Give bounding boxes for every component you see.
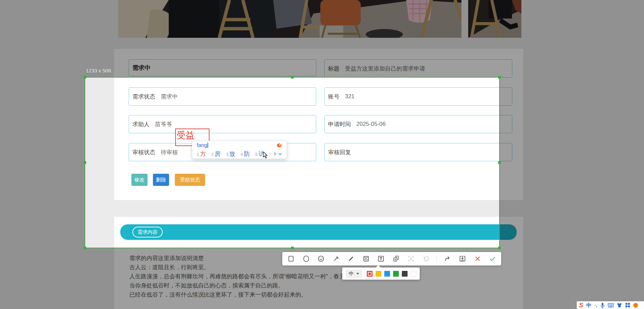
ime-candidate-list: 1方 2房 3放 4防 5访 (197, 150, 264, 158)
font-size-dropdown[interactable]: 中 (346, 270, 362, 278)
text-tool-options: 中 (342, 268, 420, 280)
ime-composition: fang (197, 142, 208, 148)
chinese-mode-toggle[interactable]: 中 (586, 303, 591, 308)
pen-tool-icon[interactable] (347, 254, 355, 263)
color-swatch-dark[interactable] (402, 271, 408, 277)
resize-handle-bottom[interactable] (291, 247, 294, 249)
page-prev-icon (269, 152, 271, 155)
page-next-icon (274, 152, 276, 155)
color-swatches (367, 271, 416, 277)
text-tool-icon[interactable] (377, 254, 385, 263)
share-icon[interactable] (443, 254, 452, 263)
ellipse-tool-icon[interactable] (302, 254, 311, 263)
resize-handle-top-left[interactable] (84, 76, 86, 79)
photo-thumbnail-1 (118, 0, 461, 38)
field-label: 标题 (328, 65, 340, 73)
punctuation-toggle[interactable]: ·, (594, 303, 597, 307)
sogou-logo[interactable]: S (579, 302, 583, 308)
resize-handle-left[interactable] (84, 161, 86, 164)
rectangle-tool-icon[interactable] (287, 254, 295, 263)
field-value: 受益方这里添加自己的需求申请 (345, 65, 425, 73)
capture-selection[interactable] (85, 77, 500, 248)
ime-candidate[interactable]: 4防 (240, 150, 250, 158)
toolbox-icon[interactable] (625, 303, 630, 308)
cancel-capture-icon[interactable] (473, 254, 482, 263)
ime-pager[interactable] (268, 151, 284, 157)
content-line: 已经在低谷了，没有什么情况比这更坏了，接下来一切都会好起来的。 (129, 290, 513, 299)
resize-handle-bottom-right[interactable] (498, 247, 501, 249)
ime-popup: fang 1方 2房 3放 4防 5访 (192, 141, 287, 159)
font-size-value: 中 (349, 271, 354, 277)
sogou-logo-icon (277, 143, 283, 148)
expand-icon (279, 153, 282, 155)
content-line: 当你身处低谷时，不如放低自己的心态，摸索属于自己的路。 (129, 281, 513, 290)
color-swatch-yellow[interactable] (376, 271, 381, 277)
annotation-toolbar (282, 252, 501, 265)
ocr-tool-icon[interactable] (407, 254, 415, 263)
ime-candidate[interactable]: 3放 (226, 150, 235, 158)
notification-badge-icon[interactable] (633, 303, 638, 308)
color-swatch-white[interactable] (411, 271, 416, 277)
field-title: 标题 受益方这里添加自己的需求申请 (324, 59, 512, 78)
color-swatch-blue[interactable] (384, 271, 390, 277)
ime-candidate[interactable]: 2房 (211, 150, 220, 158)
mouse-cursor (263, 151, 268, 159)
resize-handle-top[interactable] (291, 76, 294, 79)
translate-tool-icon[interactable] (392, 254, 400, 263)
toolbar-separator (437, 255, 437, 262)
selection-size-label: 1233 x 508 (86, 68, 111, 74)
content-line: 人生路漫漫，总会有荆棘坎坷，再难熬的路都会有尽头，所谓“柳暗花明又一村”，春天正 (129, 272, 513, 281)
confirm-capture-icon[interactable] (488, 254, 497, 263)
voice-input-icon[interactable] (600, 303, 605, 308)
options-notch (376, 265, 381, 268)
resize-handle-top-right[interactable] (498, 76, 501, 79)
text-caret (207, 143, 208, 148)
field-status-title: 需求中 (129, 59, 316, 76)
screen: 需求中 需求状态 需求中 求助人 苗爷爷 审核状态 待审核 标题 受益方这里添加… (0, 0, 644, 309)
resize-handle-bottom-left[interactable] (84, 247, 86, 249)
undo-icon[interactable] (422, 254, 430, 263)
ime-candidate[interactable]: 1方 (197, 150, 206, 158)
mosaic-tool-icon[interactable] (362, 254, 371, 263)
arrow-tool-icon[interactable] (332, 254, 341, 263)
keyboard-icon[interactable] (608, 303, 614, 308)
field-label: 需求中 (132, 64, 151, 72)
skin-icon[interactable] (617, 303, 622, 308)
emoji-tool-icon[interactable] (317, 254, 325, 263)
photo-thumbnail-2 (468, 0, 521, 38)
resize-handle-right[interactable] (498, 161, 501, 164)
chevron-down-icon (356, 273, 359, 275)
ime-status-bar: S 中 ·, (577, 301, 644, 309)
color-swatch-red[interactable] (367, 271, 373, 277)
color-swatch-green[interactable] (393, 271, 399, 277)
download-icon[interactable] (458, 254, 467, 263)
